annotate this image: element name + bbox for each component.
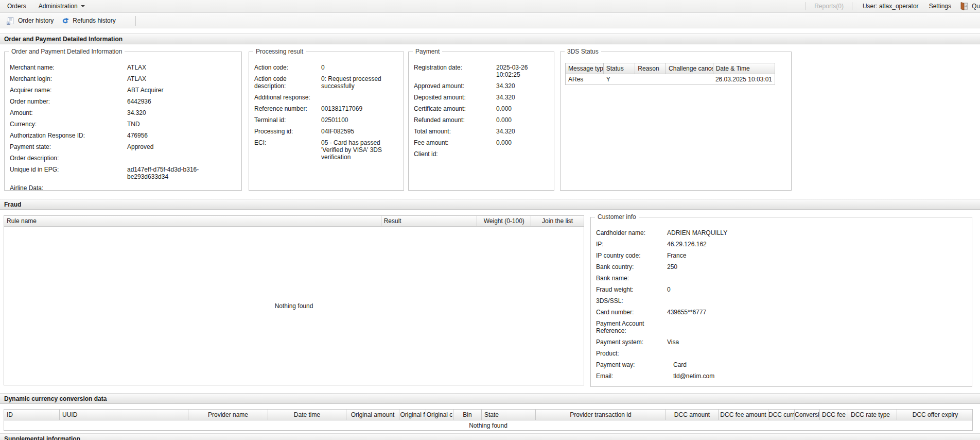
field-row: Merchant name:ATLAX [5, 64, 241, 71]
payment-fieldset: Payment Registration date:2025-03-26 10:… [408, 52, 554, 191]
field-row: Acquirer name:ABT Acquirer [5, 87, 241, 94]
column-header-uuid: UUID [60, 410, 188, 420]
nav-right-group: Reports(0) User: atlax_operator Settings… [800, 0, 980, 13]
order-info-legend: Order and Payment Detailed Information [9, 48, 125, 55]
field-row: Additional response: [249, 94, 404, 101]
nav-item-administration[interactable]: Administration [32, 0, 91, 13]
field-value: 439655**6777 [667, 309, 972, 316]
field-row: IP country code:France [591, 252, 972, 259]
field-label: ECI: [254, 139, 321, 146]
field-label: Airline Data: [10, 184, 127, 192]
field-label: Processing id: [254, 128, 321, 135]
field-label: Registration date: [414, 64, 496, 71]
field-value: 6442936 [127, 98, 241, 105]
field-label: Unique id in EPG: [10, 166, 127, 173]
field-row: Registration date:2025-03-26 10:02:25 [409, 64, 554, 78]
field-label: Currency: [10, 121, 127, 128]
field-row: Unique id in EPG:ad147eff-d75f-4d3d-b316… [5, 166, 241, 180]
cell-date-time: 26.03.2025 10:03:01 [713, 74, 775, 84]
toolbar-separator [135, 16, 136, 26]
column-header-original-amount: Original amount [346, 410, 399, 420]
three-ds-table-header: Message type Status Reason Challenge can… [565, 63, 775, 74]
nav-item-quit[interactable]: Quit [969, 3, 980, 10]
column-header-dcc-amount: DCC amount [666, 410, 719, 420]
field-row: Payment way:Card [591, 361, 972, 368]
column-header-original-currency: Original c [426, 410, 453, 420]
field-row: Reference number:001381717069 [249, 105, 404, 112]
customer-info-fieldset: Customer info Cardholder name:ADRIEN MAR… [590, 217, 972, 387]
order-info-rows: Merchant name:ATLAX Merchant login:ATLAX… [5, 52, 241, 192]
field-row: Payment system:Visa [591, 339, 972, 346]
dcc-table-header: ID UUID Provider name Date time Original… [4, 409, 973, 420]
column-header-join-the-list: Join the list [531, 216, 584, 226]
field-label: Action code: [254, 64, 321, 71]
field-label: Payment state: [10, 143, 127, 150]
field-row: Product: [591, 350, 972, 357]
field-row: Approved amount:34.320 [409, 82, 554, 90]
field-row: ECI:05 - Card has passed 'Verified by VI… [249, 139, 404, 161]
order-info-fieldset: Order and Payment Detailed Information M… [4, 52, 242, 191]
field-label: Reference number: [254, 105, 321, 112]
toolbar: Order history Refunds history [0, 13, 980, 28]
field-label: Email: [596, 373, 667, 380]
field-label: Authorization Response ID: [10, 132, 127, 139]
nav-item-reports[interactable]: Reports(0) [811, 3, 847, 10]
field-label: Payment way: [596, 361, 667, 368]
field-row: Bank name: [591, 275, 972, 282]
order-history-button[interactable]: Order history [4, 15, 59, 27]
column-header-state: State [482, 410, 536, 420]
column-header-weight: Weight (0-100) [477, 216, 531, 226]
dcc-empty-text: Nothing found [469, 422, 507, 429]
field-label: Card number: [596, 309, 667, 316]
payment-rows: Registration date:2025-03-26 10:02:25 Ap… [409, 52, 554, 158]
field-label: IP: [596, 241, 667, 248]
field-row: Fee amount:0.000 [409, 139, 554, 146]
fraud-table: Rule name Result Weight (0-100) Join the… [4, 215, 584, 385]
field-value: 0 [321, 64, 404, 71]
field-value: 34.320 [496, 94, 554, 101]
field-row: Processing id:04IF082595 [249, 128, 404, 135]
field-value: 46.29.126.162 [667, 241, 972, 248]
field-value: tld@netim.com [667, 373, 972, 380]
nav-item-orders[interactable]: Orders [0, 0, 32, 13]
cell-status: Y [604, 74, 636, 84]
field-row: Email:tld@netim.com [591, 373, 972, 380]
processing-result-rows: Action code:0 Action code description:0:… [249, 52, 404, 161]
field-label: Terminal id: [254, 116, 321, 124]
field-label: Deposited amount: [414, 94, 496, 101]
exit-door-icon[interactable] [959, 2, 969, 11]
field-row: Client id: [409, 150, 554, 158]
field-value: 476956 [127, 132, 241, 139]
section-header-supplemental: Supplemental information [0, 433, 980, 440]
field-row: Order description: [5, 155, 241, 162]
field-value: ad147eff-d75f-4d3d-b316-be293d633d34 [127, 166, 241, 180]
column-header-conversion: Conversi [795, 410, 820, 420]
field-row: IP:46.29.126.162 [591, 241, 972, 248]
nav-item-settings[interactable]: Settings [924, 3, 956, 10]
order-history-label: Order history [18, 17, 54, 24]
field-value: 05 - Card has passed 'Verified by VISA' … [321, 139, 404, 161]
field-value: 0: Request processed successfully [321, 75, 404, 90]
field-label: Bank name: [596, 275, 667, 282]
column-header-dcc-rate-type: DCC rate type [848, 410, 897, 420]
field-value: ABT Acquirer [127, 87, 241, 94]
nav-separator [806, 2, 806, 10]
three-ds-legend: 3DS Status [565, 48, 601, 55]
field-label: Additional response: [254, 94, 321, 101]
fraud-empty-text: Nothing found [275, 302, 313, 310]
refunds-history-button[interactable]: Refunds history [59, 15, 120, 27]
column-header-id: ID [4, 410, 60, 420]
field-label: Action code description: [254, 75, 321, 90]
refunds-history-label: Refunds history [73, 17, 115, 24]
field-row: Action code description:0: Request proce… [249, 75, 404, 90]
field-value: 02501100 [321, 116, 404, 124]
field-row: Amount:34.320 [5, 109, 241, 116]
field-value: 0.000 [496, 105, 554, 112]
chevron-down-icon [81, 5, 85, 7]
column-header-rule-name: Rule name [4, 216, 381, 226]
cell-message-type: ARes [566, 74, 604, 84]
field-label: Order number: [10, 98, 127, 105]
field-label: 3DS/SSL: [596, 297, 667, 304]
dcc-table-empty-row: Nothing found [4, 420, 973, 431]
field-row: Currency:TND [5, 121, 241, 128]
